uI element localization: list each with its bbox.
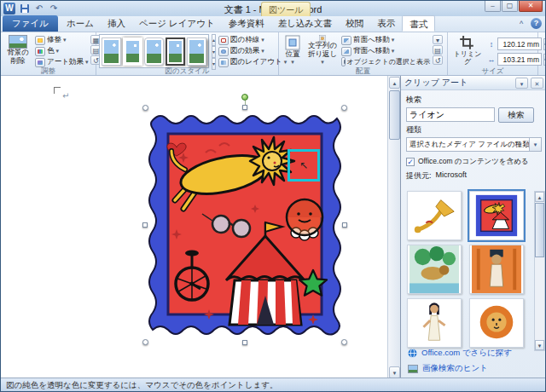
scroll-down-icon[interactable]: ▼ (535, 340, 544, 350)
include-office-checkbox[interactable]: ✓ (406, 158, 415, 166)
close-button[interactable]: ✕ (519, 1, 543, 12)
picture-effects-label: 図の効果 (230, 46, 259, 56)
scrollbar-thumb[interactable] (389, 90, 400, 140)
picture-style-thumb[interactable] (102, 37, 121, 66)
task-pane-close-icon[interactable]: ✕ (531, 78, 543, 89)
result-jungle-animals[interactable] (407, 245, 462, 294)
color-icon (35, 47, 45, 56)
wrap-text-button[interactable]: 文字列の折り返し ▾ (306, 34, 339, 66)
scroll-up-icon[interactable]: ▲ (535, 192, 544, 202)
tab-mailings[interactable]: 差し込み文書 (271, 15, 340, 32)
tab-page-layout[interactable]: ページ レイアウト (132, 15, 222, 32)
result-circus-lion[interactable] (469, 191, 524, 240)
result-egypt-woman[interactable] (407, 298, 462, 348)
corrections-button[interactable]: 修整 ▾ (35, 35, 88, 45)
group-objects-icon[interactable]: ▤ (433, 45, 443, 55)
search-input[interactable] (406, 107, 495, 122)
picture-style-thumb[interactable] (144, 37, 164, 66)
selection-pane-label: オブジェクトの選択と表示 (347, 57, 431, 66)
resize-handle-right[interactable] (342, 222, 347, 228)
collapse-ribbon-icon[interactable]: ^ (515, 20, 527, 28)
picture-style-thumb[interactable] (123, 37, 142, 66)
position-button[interactable]: 位置 ▾ (282, 34, 304, 66)
bring-forward-button[interactable]: 前面へ移動 ▾ (341, 35, 430, 45)
resize-handle-bottom-left[interactable] (142, 339, 148, 345)
rotate-objects-icon[interactable]: ↺ (433, 55, 443, 65)
media-type-dropdown[interactable]: 選択されたメディア ファイルの種類 ▾ (406, 137, 542, 152)
include-office-label: Office.com のコンテンツを含める (418, 157, 529, 167)
width-icon: ↔ (487, 55, 496, 64)
search-button[interactable]: 検索 (498, 107, 534, 123)
task-pane-menu-icon[interactable]: ▾ (515, 78, 528, 89)
help-icon[interactable]: ? (531, 18, 542, 29)
provider-value: Microsoft (436, 170, 468, 182)
paragraph-mark-icon: ↵ (62, 91, 69, 101)
shape-width-field[interactable]: ↔ 103.21 mm ▴▾ (487, 53, 546, 66)
selection-pane-button[interactable]: オブジェクトの選択と表示 (341, 57, 430, 66)
tab-format[interactable]: 書式 (402, 15, 435, 32)
tab-review[interactable]: 校閲 (339, 15, 370, 32)
tab-view[interactable]: 表示 (370, 15, 402, 32)
globe-icon (408, 349, 417, 358)
picture-style-thumb[interactable] (166, 37, 185, 66)
results-scrollbar-thumb[interactable] (535, 203, 544, 257)
minimize-button[interactable]: – (485, 1, 501, 12)
ribbon-group-size: トリミング ↕ 120.12 mm ▴▾ ↔ 103.21 mm ▴▾ サイズ (448, 32, 538, 75)
dropdown-arrow-icon[interactable]: ▾ (529, 138, 541, 151)
picture-border-icon (218, 36, 229, 45)
scroll-down-icon[interactable]: ▼ (389, 366, 400, 378)
rotation-handle[interactable] (241, 94, 248, 101)
dropdown-arrow-icon: ▾ (392, 37, 395, 43)
selected-picture[interactable]: ↖ (146, 108, 344, 342)
results-scrollbar[interactable]: ▲ ▼ (534, 191, 545, 351)
align-objects-icon[interactable]: ▾ (433, 35, 443, 44)
office-com-link[interactable]: Office.com でさらに探す (408, 348, 512, 359)
document-page[interactable]: ↵ (1, 76, 387, 379)
color-button[interactable]: 色 ▾ (35, 46, 88, 56)
position-label: 位置 (282, 50, 304, 59)
picture-styles-gallery (99, 34, 209, 68)
result-horn[interactable] (407, 191, 462, 240)
text-boundary-corner-mark (54, 87, 61, 94)
scroll-up-icon[interactable]: ▲ (389, 77, 400, 89)
send-backward-button[interactable]: 背面へ移動 ▾ (341, 46, 430, 56)
gallery-up-icon[interactable]: ▴ (212, 34, 216, 46)
office-com-link-label: Office.com でさらに探す (421, 348, 512, 359)
width-value[interactable]: 103.21 mm (497, 53, 542, 66)
resize-handle-top-left[interactable] (142, 105, 148, 111)
resize-handle-bottom[interactable] (242, 340, 247, 345)
corrections-label: 修整 (47, 35, 61, 45)
tab-file[interactable]: ファイル (3, 15, 58, 32)
picture-style-thumb[interactable] (187, 37, 206, 66)
dropdown-arrow-icon: ▾ (321, 59, 324, 66)
crop-button[interactable]: トリミング (450, 34, 485, 66)
picture-effects-button[interactable]: 図の効果 ▾ (218, 46, 287, 56)
resize-handle-left[interactable] (142, 222, 148, 228)
result-lion-head[interactable] (469, 298, 524, 348)
group-label-arrange: 配置 (279, 66, 447, 75)
color-label: 色 (47, 46, 55, 56)
resize-handle-top[interactable] (242, 105, 247, 110)
resize-handle-top-right[interactable] (341, 105, 347, 111)
document-scrollbar[interactable]: ▲ ▼ (387, 76, 400, 379)
dropdown-arrow-icon: ▾ (63, 37, 67, 43)
picture-layout-icon (218, 58, 229, 67)
tab-references[interactable]: 参考資料 (222, 15, 271, 32)
height-value[interactable]: 120.12 mm (497, 37, 542, 50)
gallery-down-icon[interactable]: ▾ (212, 46, 216, 58)
dropdown-arrow-icon: ▾ (56, 48, 60, 55)
ribbon: 背景の削除 修整 ▾ 色 ▾ アート効果 ▾ (1, 32, 545, 76)
result-egypt-figure[interactable] (469, 245, 524, 294)
shape-height-field[interactable]: ↕ 120.12 mm ▴▾ (487, 37, 546, 50)
tab-home[interactable]: ホーム (60, 15, 101, 32)
dropdown-arrow-icon: ▾ (291, 59, 294, 66)
image-search-hints-link[interactable]: 画像検索のヒント (408, 363, 512, 374)
circus-clipart-image[interactable] (146, 108, 344, 342)
maximize-button[interactable]: ▢ (502, 1, 518, 12)
picture-border-button[interactable]: 図の枠線 ▾ (218, 35, 287, 45)
search-label: 検索 (406, 95, 542, 106)
task-pane-title: クリップ アート (404, 77, 513, 89)
remove-background-button[interactable]: 背景の削除 (3, 34, 32, 66)
resize-handle-bottom-right[interactable] (341, 339, 347, 345)
tab-insert[interactable]: 挿入 (101, 15, 132, 32)
